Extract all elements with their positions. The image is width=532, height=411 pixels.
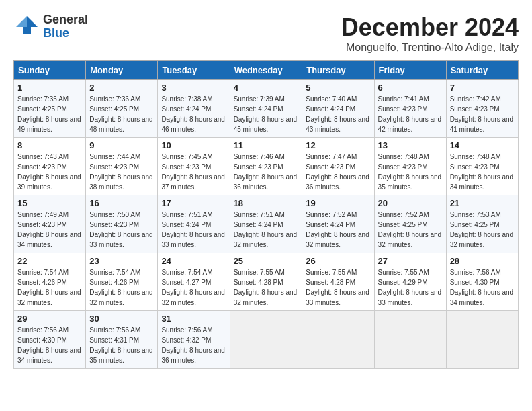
day-cell: 26Sunrise: 7:55 AMSunset: 4:28 PMDayligh… xyxy=(302,253,374,311)
month-title: December 2024 xyxy=(341,13,519,42)
day-number: 1 xyxy=(17,83,82,93)
day-cell: 8Sunrise: 7:43 AMSunset: 4:23 PMDaylight… xyxy=(14,138,86,195)
day-number: 11 xyxy=(234,140,299,150)
day-number: 7 xyxy=(450,83,515,93)
day-info: Sunrise: 7:38 AMSunset: 4:24 PMDaylight:… xyxy=(161,94,226,134)
week-row-5: 29Sunrise: 7:56 AMSunset: 4:30 PMDayligh… xyxy=(14,311,519,369)
day-cell: 25Sunrise: 7:55 AMSunset: 4:28 PMDayligh… xyxy=(230,253,302,311)
day-number: 3 xyxy=(161,83,226,93)
day-number: 14 xyxy=(450,140,515,150)
day-cell: 2Sunrise: 7:36 AMSunset: 4:25 PMDaylight… xyxy=(86,80,158,138)
day-cell: 9Sunrise: 7:44 AMSunset: 4:23 PMDaylight… xyxy=(86,138,158,195)
logo: General Blue xyxy=(13,13,88,40)
day-header-thursday: Thursday xyxy=(302,61,374,80)
day-number: 6 xyxy=(378,83,443,93)
day-info: Sunrise: 7:56 AMSunset: 4:30 PMDaylight:… xyxy=(17,325,82,365)
day-number: 28 xyxy=(450,256,515,266)
day-header-row: SundayMondayTuesdayWednesdayThursdayFrid… xyxy=(14,61,519,80)
day-cell: 1Sunrise: 7:35 AMSunset: 4:25 PMDaylight… xyxy=(14,80,86,138)
week-row-1: 1Sunrise: 7:35 AMSunset: 4:25 PMDaylight… xyxy=(14,80,519,138)
day-number: 26 xyxy=(306,256,370,266)
day-info: Sunrise: 7:51 AMSunset: 4:24 PMDaylight:… xyxy=(161,210,226,250)
day-number: 22 xyxy=(17,256,82,266)
day-info: Sunrise: 7:54 AMSunset: 4:26 PMDaylight:… xyxy=(89,267,154,308)
day-number: 25 xyxy=(234,256,299,266)
day-info: Sunrise: 7:56 AMSunset: 4:31 PMDaylight:… xyxy=(89,325,154,365)
day-number: 19 xyxy=(306,198,370,208)
day-number: 16 xyxy=(89,198,154,208)
day-number: 12 xyxy=(306,140,370,150)
day-cell: 23Sunrise: 7:54 AMSunset: 4:26 PMDayligh… xyxy=(86,253,158,311)
title-area: December 2024 Monguelfo, Trentino-Alto A… xyxy=(341,13,519,54)
day-number: 10 xyxy=(161,140,226,150)
day-info: Sunrise: 7:45 AMSunset: 4:23 PMDaylight:… xyxy=(161,152,226,192)
day-number: 8 xyxy=(17,140,82,150)
day-header-sunday: Sunday xyxy=(14,61,86,80)
day-cell: 3Sunrise: 7:38 AMSunset: 4:24 PMDaylight… xyxy=(158,80,230,138)
day-cell: 13Sunrise: 7:48 AMSunset: 4:23 PMDayligh… xyxy=(374,138,446,195)
page-header: General Blue December 2024 Monguelfo, Tr… xyxy=(13,13,519,54)
day-cell: 5Sunrise: 7:40 AMSunset: 4:24 PMDaylight… xyxy=(302,80,374,138)
day-info: Sunrise: 7:42 AMSunset: 4:23 PMDaylight:… xyxy=(450,94,515,134)
day-info: Sunrise: 7:53 AMSunset: 4:25 PMDaylight:… xyxy=(450,210,515,250)
day-number: 4 xyxy=(234,83,299,93)
day-info: Sunrise: 7:55 AMSunset: 4:29 PMDaylight:… xyxy=(378,267,443,308)
day-cell xyxy=(446,311,518,369)
day-cell: 27Sunrise: 7:55 AMSunset: 4:29 PMDayligh… xyxy=(374,253,446,311)
svg-rect-2 xyxy=(23,27,31,34)
day-number: 2 xyxy=(89,83,154,93)
day-header-saturday: Saturday xyxy=(446,61,518,80)
day-number: 30 xyxy=(89,314,154,324)
day-cell: 20Sunrise: 7:52 AMSunset: 4:25 PMDayligh… xyxy=(374,195,446,253)
day-cell: 15Sunrise: 7:49 AMSunset: 4:23 PMDayligh… xyxy=(14,195,86,253)
day-info: Sunrise: 7:50 AMSunset: 4:23 PMDaylight:… xyxy=(89,210,154,250)
day-number: 21 xyxy=(450,198,515,208)
day-header-wednesday: Wednesday xyxy=(230,61,302,80)
day-info: Sunrise: 7:54 AMSunset: 4:27 PMDaylight:… xyxy=(161,267,226,308)
day-info: Sunrise: 7:54 AMSunset: 4:26 PMDaylight:… xyxy=(17,267,82,308)
day-number: 27 xyxy=(378,256,443,266)
day-info: Sunrise: 7:51 AMSunset: 4:24 PMDaylight:… xyxy=(234,210,299,250)
day-cell: 30Sunrise: 7:56 AMSunset: 4:31 PMDayligh… xyxy=(86,311,158,369)
day-cell: 11Sunrise: 7:46 AMSunset: 4:23 PMDayligh… xyxy=(230,138,302,195)
day-cell xyxy=(302,311,374,369)
day-info: Sunrise: 7:40 AMSunset: 4:24 PMDaylight:… xyxy=(306,94,370,134)
week-row-3: 15Sunrise: 7:49 AMSunset: 4:23 PMDayligh… xyxy=(14,195,519,253)
day-info: Sunrise: 7:48 AMSunset: 4:23 PMDaylight:… xyxy=(378,152,443,192)
calendar-table: SundayMondayTuesdayWednesdayThursdayFrid… xyxy=(13,60,519,369)
day-info: Sunrise: 7:56 AMSunset: 4:30 PMDaylight:… xyxy=(450,267,515,308)
day-number: 5 xyxy=(306,83,370,93)
day-info: Sunrise: 7:48 AMSunset: 4:23 PMDaylight:… xyxy=(450,152,515,192)
day-info: Sunrise: 7:43 AMSunset: 4:23 PMDaylight:… xyxy=(17,152,82,192)
day-cell: 10Sunrise: 7:45 AMSunset: 4:23 PMDayligh… xyxy=(158,138,230,195)
day-cell: 6Sunrise: 7:41 AMSunset: 4:23 PMDaylight… xyxy=(374,80,446,138)
logo-icon xyxy=(13,13,40,40)
day-info: Sunrise: 7:41 AMSunset: 4:23 PMDaylight:… xyxy=(378,94,443,134)
day-cell: 7Sunrise: 7:42 AMSunset: 4:23 PMDaylight… xyxy=(446,80,518,138)
day-cell: 22Sunrise: 7:54 AMSunset: 4:26 PMDayligh… xyxy=(14,253,86,311)
day-cell: 17Sunrise: 7:51 AMSunset: 4:24 PMDayligh… xyxy=(158,195,230,253)
day-cell: 12Sunrise: 7:47 AMSunset: 4:23 PMDayligh… xyxy=(302,138,374,195)
day-cell: 19Sunrise: 7:52 AMSunset: 4:24 PMDayligh… xyxy=(302,195,374,253)
week-row-2: 8Sunrise: 7:43 AMSunset: 4:23 PMDaylight… xyxy=(14,138,519,195)
subtitle: Monguelfo, Trentino-Alto Adige, Italy xyxy=(341,42,519,54)
day-header-monday: Monday xyxy=(86,61,158,80)
day-cell: 24Sunrise: 7:54 AMSunset: 4:27 PMDayligh… xyxy=(158,253,230,311)
svg-marker-1 xyxy=(16,16,27,27)
day-number: 9 xyxy=(89,140,154,150)
day-info: Sunrise: 7:52 AMSunset: 4:25 PMDaylight:… xyxy=(378,210,443,250)
day-cell: 28Sunrise: 7:56 AMSunset: 4:30 PMDayligh… xyxy=(446,253,518,311)
day-cell: 29Sunrise: 7:56 AMSunset: 4:30 PMDayligh… xyxy=(14,311,86,369)
day-header-friday: Friday xyxy=(374,61,446,80)
day-info: Sunrise: 7:55 AMSunset: 4:28 PMDaylight:… xyxy=(234,267,299,308)
day-cell: 31Sunrise: 7:56 AMSunset: 4:32 PMDayligh… xyxy=(158,311,230,369)
day-cell: 18Sunrise: 7:51 AMSunset: 4:24 PMDayligh… xyxy=(230,195,302,253)
logo-words: General Blue xyxy=(43,13,88,40)
day-number: 15 xyxy=(17,198,82,208)
day-info: Sunrise: 7:36 AMSunset: 4:25 PMDaylight:… xyxy=(89,94,154,134)
day-number: 18 xyxy=(234,198,299,208)
day-header-tuesday: Tuesday xyxy=(158,61,230,80)
day-number: 13 xyxy=(378,140,443,150)
day-info: Sunrise: 7:47 AMSunset: 4:23 PMDaylight:… xyxy=(306,152,370,192)
svg-marker-0 xyxy=(27,16,38,27)
